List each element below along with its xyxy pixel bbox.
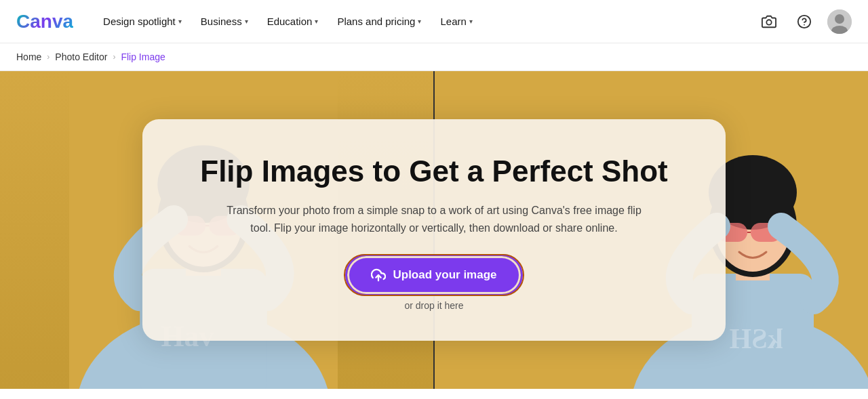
camera-icon-button[interactable] [757, 9, 781, 34]
nav-right [757, 9, 852, 34]
nav-item-education[interactable]: Education ▾ [259, 10, 327, 33]
breadcrumb-photo-editor[interactable]: Photo Editor [55, 51, 107, 62]
chevron-down-icon: ▾ [418, 18, 421, 25]
svg-point-0 [766, 20, 771, 24]
svg-text:kSH: kSH [730, 323, 783, 354]
upload-button-highlight: Upload your image [349, 258, 518, 292]
user-avatar[interactable] [827, 9, 852, 34]
logo-text: Canva [16, 11, 73, 32]
breadcrumb-sep-2: › [113, 52, 115, 62]
breadcrumb-flip-image: Flip Image [121, 51, 165, 62]
drop-text: or drop it here [404, 300, 463, 311]
nav-item-design-spotlight[interactable]: Design spotlight ▾ [95, 10, 190, 33]
hero-section: Hav [0, 71, 868, 389]
nav-item-plans-pricing[interactable]: Plans and pricing ▾ [329, 10, 429, 33]
help-icon [797, 14, 812, 29]
camera-icon [762, 14, 776, 29]
chevron-down-icon: ▾ [245, 18, 248, 25]
upload-cloud-icon [371, 268, 386, 282]
breadcrumb-home[interactable]: Home [16, 51, 41, 62]
chevron-down-icon: ▾ [315, 18, 318, 25]
nav-item-business[interactable]: Business ▾ [193, 10, 256, 33]
breadcrumb: Home › Photo Editor › Flip Image [0, 43, 868, 71]
svg-point-4 [835, 14, 844, 24]
upload-section: Upload your image or drop it here [197, 258, 671, 311]
chevron-down-icon: ▾ [178, 18, 182, 25]
navbar: Canva Design spotlight ▾ Business ▾ Educ… [0, 0, 868, 43]
logo[interactable]: Canva [16, 11, 73, 33]
breadcrumb-sep-1: › [47, 52, 50, 62]
chevron-down-icon: ▾ [469, 18, 473, 25]
upload-image-button[interactable]: Upload your image [349, 258, 518, 292]
hero-card: Flip Images to Get a Perfect Shot Transf… [142, 119, 726, 341]
hero-title: Flip Images to Get a Perfect Shot [197, 154, 671, 189]
avatar-icon [827, 9, 852, 34]
help-icon-button[interactable] [792, 9, 816, 34]
nav-items: Design spotlight ▾ Business ▾ Education … [95, 10, 757, 33]
nav-item-learn[interactable]: Learn ▾ [432, 10, 480, 33]
hero-subtitle: Transform your photo from a simple snap … [217, 202, 651, 236]
